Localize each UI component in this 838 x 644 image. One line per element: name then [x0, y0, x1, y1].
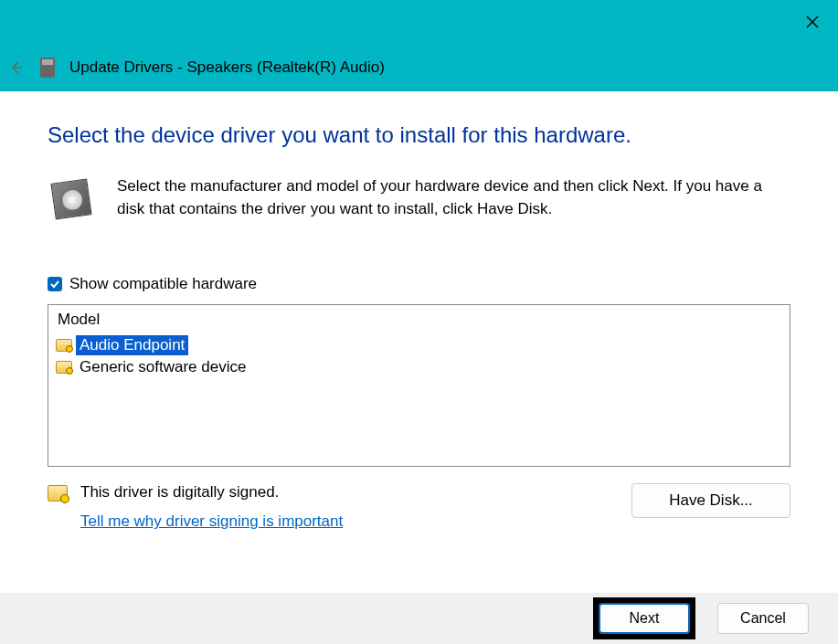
list-item-label: Audio Endpoint [76, 335, 188, 355]
list-item-label: Generic software device [76, 357, 249, 377]
signing-status-text: This driver is digitally signed. [80, 483, 343, 501]
instruction-row: Select the manufacturer and model of you… [48, 175, 790, 220]
cancel-button[interactable]: Cancel [717, 603, 809, 634]
compatible-hardware-checkbox[interactable] [48, 277, 62, 291]
have-disk-button[interactable]: Have Disk... [631, 483, 790, 518]
next-button-highlight: Next [593, 597, 695, 639]
back-arrow-icon[interactable] [7, 58, 26, 77]
wizard-footer: Next Cancel [0, 593, 838, 644]
disk-icon [50, 178, 91, 219]
page-heading: Select the device driver you want to ins… [48, 122, 790, 148]
list-item[interactable]: Audio Endpoint [56, 334, 782, 356]
driver-cert-icon [56, 339, 72, 352]
wizard-title: Update Drivers - Speakers (Realtek(R) Au… [69, 58, 385, 77]
wizard-content: Select the device driver you want to ins… [0, 91, 838, 531]
speaker-device-icon [40, 58, 55, 78]
next-button[interactable]: Next [599, 603, 690, 634]
wizard-header: Update Drivers - Speakers (Realtek(R) Au… [0, 44, 838, 91]
driver-listbox[interactable]: Model Audio Endpoint Generic software de… [48, 304, 790, 467]
driver-cert-icon [56, 361, 72, 374]
close-icon[interactable] [800, 9, 825, 35]
certificate-icon [48, 485, 68, 501]
signing-info-link[interactable]: Tell me why driver signing is important [80, 512, 343, 531]
compatible-hardware-label: Show compatible hardware [69, 275, 257, 293]
list-item[interactable]: Generic software device [56, 356, 782, 378]
titlebar [0, 0, 838, 44]
list-header-model: Model [56, 309, 782, 334]
instruction-text: Select the manufacturer and model of you… [117, 175, 790, 220]
signing-row: This driver is digitally signed. Tell me… [48, 483, 790, 531]
compatible-hardware-checkbox-row: Show compatible hardware [48, 275, 790, 293]
